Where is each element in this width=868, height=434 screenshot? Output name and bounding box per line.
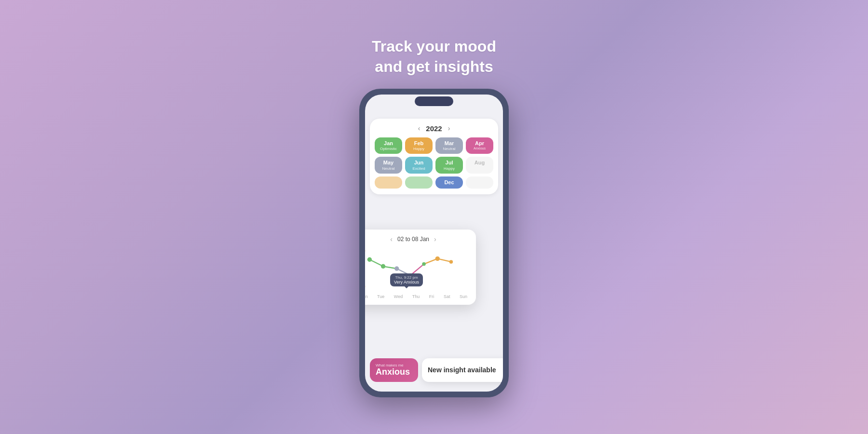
insight-row: What makes me Anxious New insight availa… [370,358,503,382]
svg-point-7 [381,264,385,268]
year-nav: ‹ 2022 › [375,124,493,133]
chart-nav: ‹ 02 to 08 Jan › [365,235,469,243]
anxious-mood-name: Anxious [376,367,412,377]
insight-new-card[interactable]: New insight available [422,358,503,382]
day-wed: Wed [394,294,403,299]
headline-line2: and get insights [375,58,493,75]
day-sun: Sun [460,294,467,299]
month-jul[interactable]: JulHappy [435,157,463,174]
chart-next-arrow[interactable]: › [434,235,436,243]
headline: Track your mood and get insights [372,37,496,77]
month-jan[interactable]: JanOptimistic [375,137,402,154]
center-column: Track your mood and get insights ‹ 2022 … [352,37,516,397]
svg-point-10 [422,262,426,266]
year-label: 2022 [426,124,442,133]
year-prev-arrow[interactable]: ‹ [418,124,420,132]
months-grid: JanOptimistic FebHappy MarNeutral AprAnx… [375,137,493,189]
mood-low-icon: 😟 [365,283,366,290]
chart-area: 🙂 😟 [365,247,469,290]
month-may[interactable]: MayNeutral [375,157,402,174]
day-fri: Fri [429,294,434,299]
chart-card: ‹ 02 to 08 Jan › 🙂 😟 [365,230,476,305]
month-jun[interactable]: JunExcited [405,157,433,174]
month-aug[interactable]: Aug [466,157,493,174]
tooltip-time: Thu, 9:22 pm [394,275,419,280]
chart-prev-arrow[interactable]: ‹ [390,235,393,243]
what-makes-label: What makes me [376,363,412,367]
mood-high-icon: 🙂 [365,247,366,255]
month-card: ‹ 2022 › JanOptimistic FebHappy MarNeutr… [370,119,498,195]
svg-point-11 [435,256,440,260]
chart-days: Mon Tue Wed Thu Fri Sat Sun [365,294,469,299]
day-sat: Sat [444,294,450,299]
month-empty [466,176,493,189]
new-insight-label: New insight available [428,366,496,374]
month-row3-2[interactable] [405,176,433,189]
headline-line1: Track your mood [372,38,496,55]
day-thu: Thu [412,294,420,299]
tooltip-mood: Very Anxious [394,280,419,285]
svg-point-12 [449,260,453,264]
svg-point-8 [394,266,399,271]
year-next-arrow[interactable]: › [448,124,450,132]
mood-tooltip: Thu, 9:22 pm Very Anxious [390,273,423,286]
month-row3-1[interactable] [375,176,402,189]
insight-anxious-card[interactable]: What makes me Anxious [370,358,418,382]
day-tue: Tue [377,294,384,299]
phone-screen: ‹ 2022 › JanOptimistic FebHappy MarNeutr… [365,95,503,392]
chart-date-label: 02 to 08 Jan [397,236,429,243]
month-feb[interactable]: FebHappy [405,137,433,154]
svg-point-6 [367,257,372,261]
phone-frame: ‹ 2022 › JanOptimistic FebHappy MarNeutr… [359,89,509,397]
month-apr[interactable]: AprAnxious [466,137,493,154]
month-dec[interactable]: Dec [435,176,463,189]
svg-line-0 [369,259,383,266]
phone-notch [415,96,453,106]
day-mon: Mon [365,294,368,299]
month-mar[interactable]: MarNeutral [435,137,463,154]
